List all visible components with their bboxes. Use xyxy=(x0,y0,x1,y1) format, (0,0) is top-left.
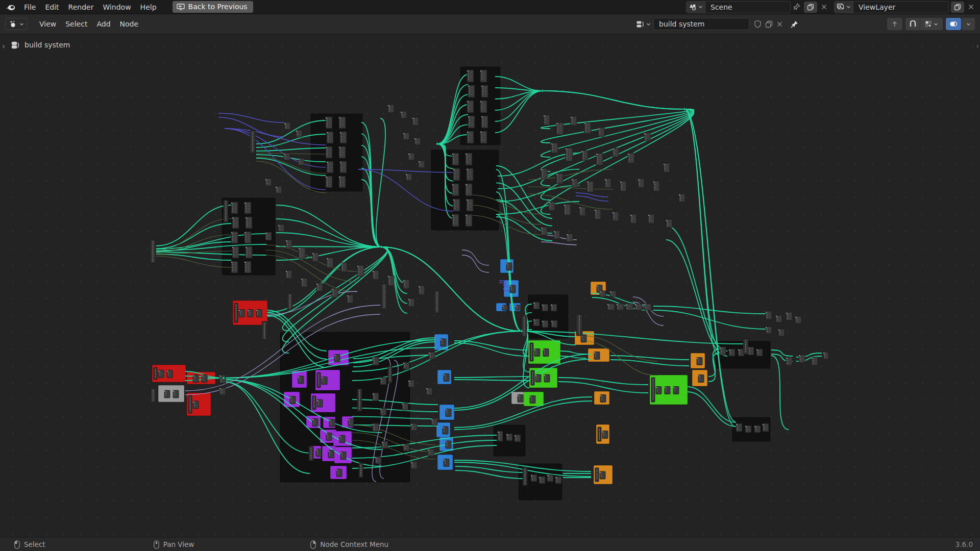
chevron-down-icon xyxy=(934,22,938,26)
mouse-left-icon xyxy=(14,540,20,549)
chevron-down-icon xyxy=(698,5,703,9)
keymap-pan-label: Pan View xyxy=(163,540,194,548)
nodetree-name: build system xyxy=(654,20,710,28)
overlays-dropdown[interactable] xyxy=(962,18,975,30)
unlink-nodetree-icon[interactable] xyxy=(776,21,783,28)
chevron-down-icon xyxy=(19,22,24,26)
copy-nodetree-icon[interactable] xyxy=(765,20,773,28)
chevron-down-icon xyxy=(846,5,851,9)
viewlayer-icon xyxy=(837,3,845,11)
menu-select[interactable]: Select xyxy=(61,18,92,30)
snap-mode-dropdown[interactable] xyxy=(920,18,943,30)
scene-selector[interactable]: Scene xyxy=(686,1,791,13)
topbar: File Edit Render Window Help Back to Pre… xyxy=(0,0,980,14)
back-screen-icon xyxy=(177,4,185,10)
keymap-select-label: Select xyxy=(24,540,45,548)
geometry-nodes-editor-icon xyxy=(9,20,18,28)
menu-edit[interactable]: Edit xyxy=(40,2,63,13)
nodetree-icon xyxy=(11,41,20,49)
blender-version: 3.6.0 xyxy=(955,540,973,548)
menu-add[interactable]: Add xyxy=(92,18,115,30)
menu-help[interactable]: Help xyxy=(136,2,161,13)
mouse-right-icon xyxy=(310,540,316,549)
viewlayer-selector[interactable]: ViewLayer xyxy=(834,1,949,13)
new-scene-button[interactable] xyxy=(804,2,817,13)
blender-logo-icon[interactable] xyxy=(5,3,16,12)
breadcrumb: build system xyxy=(11,41,70,49)
menu-view[interactable]: View xyxy=(35,18,61,30)
viewlayer-name: ViewLayer xyxy=(853,3,900,11)
remove-viewlayer-icon[interactable] xyxy=(968,4,974,10)
go-to-parent-button[interactable] xyxy=(887,18,902,30)
breadcrumb-label: build system xyxy=(24,41,70,49)
nodetree-icon xyxy=(636,20,645,28)
magnet-icon xyxy=(909,20,917,28)
menu-window[interactable]: Window xyxy=(98,2,135,13)
nodetree-id-button[interactable] xyxy=(636,18,651,30)
region-collapse-icon[interactable]: ‹ xyxy=(976,42,979,50)
back-to-previous-button[interactable]: Back to Previous xyxy=(173,1,253,13)
keymap-context-menu-label: Node Context Menu xyxy=(320,540,388,548)
node-editor-canvas[interactable] xyxy=(0,34,980,537)
fake-user-shield-icon[interactable] xyxy=(754,20,762,28)
breadcrumb-expand-icon[interactable]: › xyxy=(2,42,5,51)
menu-node[interactable]: Node xyxy=(115,18,143,30)
back-to-previous-label: Back to Previous xyxy=(188,3,248,11)
status-bar: Select Pan View Node Context Menu 3.6.0 xyxy=(0,537,980,551)
menu-render[interactable]: Render xyxy=(64,2,99,13)
pin-nodetree-icon[interactable] xyxy=(790,20,799,29)
new-viewlayer-button[interactable] xyxy=(951,2,964,13)
chevron-down-icon xyxy=(646,22,651,26)
pin-icon[interactable] xyxy=(793,3,800,11)
snap-increment-icon xyxy=(925,20,932,28)
scene-name: Scene xyxy=(705,3,738,11)
mouse-middle-icon xyxy=(154,540,159,549)
menu-file[interactable]: File xyxy=(19,2,40,13)
scene-icon xyxy=(689,3,697,11)
unlink-scene-icon[interactable] xyxy=(821,4,827,10)
overlays-icon xyxy=(949,20,958,28)
editor-type-button[interactable] xyxy=(5,18,28,30)
overlays-toggle-button[interactable] xyxy=(946,18,961,30)
node-editor-header: View Select Add Node build system xyxy=(0,14,980,34)
nodetree-name-field[interactable]: build system xyxy=(653,18,749,30)
snap-toggle-button[interactable] xyxy=(905,18,920,30)
